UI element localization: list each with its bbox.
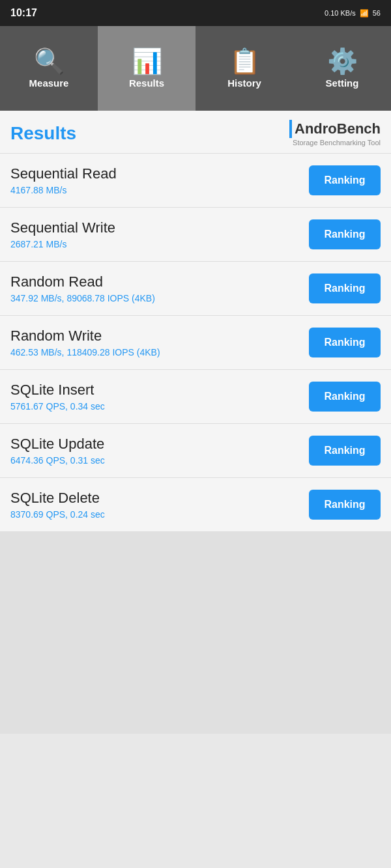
tab-history-label: History bbox=[227, 77, 261, 89]
tab-setting-label: Setting bbox=[326, 77, 359, 89]
tab-results-label: Results bbox=[129, 77, 164, 89]
brand-bar bbox=[289, 120, 292, 138]
bench-info: Random Read347.92 MB/s, 89068.78 IOPS (4… bbox=[10, 273, 155, 303]
tab-results[interactable]: 📊 Results bbox=[98, 26, 195, 111]
bench-value: 4167.88 MB/s bbox=[10, 185, 117, 195]
brand-block: AndroBench Storage Benchmarking Tool bbox=[289, 120, 381, 147]
bench-info: Random Write462.53 MB/s, 118409.28 IOPS … bbox=[10, 328, 160, 357]
bench-info: SQLite Delete8370.69 QPS, 0.24 sec bbox=[10, 490, 105, 520]
bench-info: SQLite Update6474.36 QPS, 0.31 sec bbox=[10, 436, 105, 466]
status-time: 10:17 bbox=[10, 7, 37, 19]
bench-name: SQLite Delete bbox=[10, 490, 105, 507]
ranking-button[interactable]: Ranking bbox=[309, 219, 381, 249]
bench-row: Sequential Write2687.21 MB/sRanking bbox=[0, 208, 391, 262]
bench-row: SQLite Delete8370.69 QPS, 0.24 secRankin… bbox=[0, 478, 391, 532]
bench-value: 6474.36 QPS, 0.31 sec bbox=[10, 455, 105, 466]
bench-value: 5761.67 QPS, 0.34 sec bbox=[10, 401, 105, 412]
bench-row: Random Write462.53 MB/s, 118409.28 IOPS … bbox=[0, 316, 391, 370]
ranking-button[interactable]: Ranking bbox=[309, 490, 381, 520]
bench-info: Sequential Write2687.21 MB/s bbox=[10, 219, 115, 249]
network-speed: 0.10 KB/s bbox=[325, 9, 356, 17]
bench-name: Random Read bbox=[10, 273, 155, 290]
ranking-button[interactable]: Ranking bbox=[309, 382, 381, 412]
brand-name: AndroBench bbox=[289, 120, 381, 138]
bench-row: Sequential Read4167.88 MB/sRanking bbox=[0, 154, 391, 208]
bench-value: 462.53 MB/s, 118409.28 IOPS (4KB) bbox=[10, 347, 160, 357]
bench-info: Sequential Read4167.88 MB/s bbox=[10, 165, 117, 195]
wifi-icon: 📶 bbox=[360, 9, 369, 18]
bench-name: Sequential Write bbox=[10, 219, 115, 236]
bench-name: SQLite Update bbox=[10, 436, 105, 453]
status-bar: 10:17 0.10 KB/s 📶 56 bbox=[0, 0, 391, 26]
bench-info: SQLite Insert5761.67 QPS, 0.34 sec bbox=[10, 382, 105, 412]
results-icon: 📊 bbox=[132, 49, 162, 74]
ranking-button[interactable]: Ranking bbox=[309, 328, 381, 357]
bench-value: 2687.21 MB/s bbox=[10, 239, 115, 249]
history-icon: 📋 bbox=[229, 49, 260, 74]
battery-level: 56 bbox=[373, 9, 381, 17]
bench-value: 347.92 MB/s, 89068.78 IOPS (4KB) bbox=[10, 293, 155, 303]
bench-value: 8370.69 QPS, 0.24 sec bbox=[10, 509, 105, 520]
tab-bar: 🔍 Measure 📊 Results 📋 History ⚙️ Setting bbox=[0, 26, 391, 111]
setting-icon: ⚙️ bbox=[327, 49, 358, 74]
bench-name: SQLite Insert bbox=[10, 382, 105, 399]
bench-name: Random Write bbox=[10, 328, 160, 344]
brand-subtitle: Storage Benchmarking Tool bbox=[293, 139, 381, 147]
tab-setting[interactable]: ⚙️ Setting bbox=[293, 26, 391, 111]
tab-history[interactable]: 📋 History bbox=[195, 26, 293, 111]
bench-row: Random Read347.92 MB/s, 89068.78 IOPS (4… bbox=[0, 262, 391, 316]
ranking-button[interactable]: Ranking bbox=[309, 436, 381, 466]
tab-measure-label: Measure bbox=[29, 77, 69, 89]
bottom-area bbox=[0, 532, 391, 734]
results-title: Results bbox=[10, 123, 76, 144]
tab-measure[interactable]: 🔍 Measure bbox=[0, 26, 98, 111]
bench-name: Sequential Read bbox=[10, 165, 117, 182]
status-right: 0.10 KB/s 📶 56 bbox=[325, 9, 381, 18]
results-header: Results AndroBench Storage Benchmarking … bbox=[0, 111, 391, 154]
measure-icon: 🔍 bbox=[34, 49, 65, 74]
ranking-button[interactable]: Ranking bbox=[309, 165, 381, 195]
bench-row: SQLite Update6474.36 QPS, 0.31 secRankin… bbox=[0, 424, 391, 478]
ranking-button[interactable]: Ranking bbox=[309, 273, 381, 303]
benchmark-list: Sequential Read4167.88 MB/sRankingSequen… bbox=[0, 154, 391, 532]
bench-row: SQLite Insert5761.67 QPS, 0.34 secRankin… bbox=[0, 370, 391, 424]
